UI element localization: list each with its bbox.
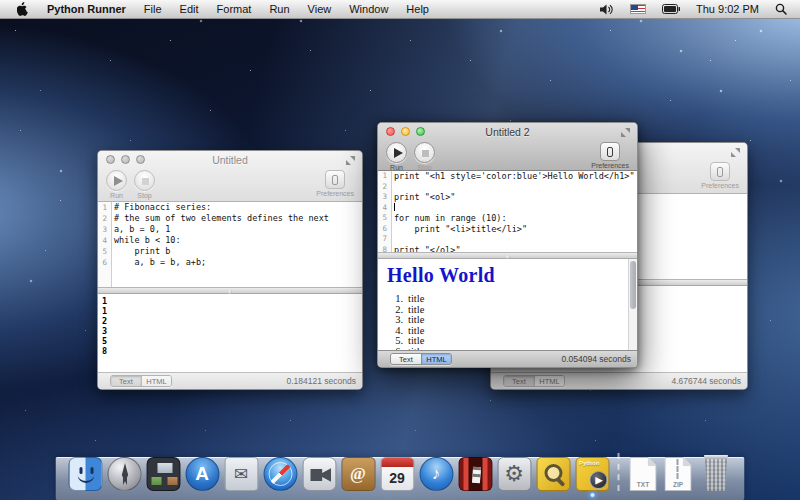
dock-mission-control-icon[interactable] [146, 457, 180, 491]
code-editor[interactable]: 1print "<h1 style='color:blue'>Hello Wor… [378, 171, 637, 252]
dock-finder-icon[interactable] [68, 457, 102, 491]
code-line: print "<li>title</li>" [390, 224, 527, 235]
apple-menu[interactable] [8, 0, 38, 18]
run-button[interactable]: Run [386, 142, 407, 171]
bottom-bar: Text HTML 0.184121 seconds [98, 372, 362, 389]
menu-bar: Python Runner File Edit Format Run View … [0, 0, 800, 19]
code-line: a, b = 0, 1 [110, 224, 170, 235]
fullscreen-icon[interactable] [346, 156, 355, 165]
titlebar[interactable]: Untitled 2 [378, 123, 637, 140]
toolbar: Run Stop Preferences [98, 168, 362, 201]
volume-menu-icon[interactable] [595, 0, 619, 18]
dock-trash-icon[interactable] [702, 455, 731, 491]
dock-system-preferences-icon[interactable]: ⚙ [497, 457, 531, 491]
output-line: 8 [102, 346, 362, 356]
battery-menu-icon[interactable] [657, 0, 685, 18]
dock-address-book-icon[interactable]: @ [341, 457, 375, 491]
apple-icon [17, 2, 29, 16]
preferences-icon [332, 175, 338, 185]
dock-python-runner-icon[interactable]: Python ▶ [575, 457, 609, 491]
menu-run[interactable]: Run [260, 0, 298, 18]
dock-search-utility-icon[interactable] [536, 457, 570, 491]
bottom-bar: Text HTML 0.054094 seconds [378, 350, 637, 367]
code-line: print "</ol>" [390, 245, 461, 253]
text-segment[interactable]: Text [391, 354, 421, 364]
scrollbar-thumb[interactable] [630, 261, 636, 309]
output-mode-switch: Text HTML [390, 353, 452, 365]
dock-app-store-icon[interactable]: A [185, 457, 219, 491]
window-title: Untitled [212, 154, 248, 166]
output-line: 1 [102, 296, 362, 306]
execution-time: 0.184121 seconds [287, 376, 356, 386]
minimize-button[interactable] [121, 155, 130, 164]
preferences-icon [607, 147, 613, 157]
titlebar[interactable]: Untitled [98, 151, 362, 168]
output-line: 2 [102, 316, 362, 326]
output-area[interactable]: 1 1 2 3 5 8 [98, 294, 362, 372]
html-segment[interactable]: HTML [141, 376, 171, 386]
menu-edit[interactable]: Edit [171, 0, 208, 18]
stop-icon [142, 178, 149, 185]
dock: A ✉ @ 29 ♪ ⚙ Python ▶ TXT ZIP [56, 451, 745, 500]
pane-splitter[interactable] [98, 287, 362, 294]
output-mode-switch: Text HTML [110, 375, 172, 387]
output-line: 5 [102, 336, 362, 346]
code-line: # the sum of two elements defines the ne… [110, 213, 329, 224]
preferences-icon [717, 167, 723, 177]
preferences-button[interactable]: Preferences [591, 142, 629, 169]
dock-launchpad-icon[interactable] [107, 457, 141, 491]
preferences-button[interactable]: Preferences [316, 170, 354, 197]
code-line: print "<ol>" [390, 192, 455, 203]
pane-splitter[interactable] [378, 252, 637, 259]
menu-window[interactable]: Window [340, 0, 397, 18]
execution-time: 4.676744 seconds [672, 376, 741, 386]
menu-file[interactable]: File [135, 0, 171, 18]
html-segment[interactable]: HTML [534, 376, 564, 386]
code-line: # Fibonacci series: [110, 202, 211, 213]
minimize-button[interactable] [401, 127, 410, 136]
running-indicator [589, 492, 595, 498]
dock-txt-document-icon[interactable]: TXT [630, 457, 657, 491]
output-line: 1 [102, 306, 362, 316]
preferences-button[interactable]: Preferences [701, 162, 739, 189]
stop-button[interactable]: Stop [134, 170, 155, 199]
code-line: while b < 10: [110, 235, 181, 246]
play-icon [394, 148, 403, 158]
dock-photo-booth-icon[interactable] [458, 457, 492, 491]
zoom-button[interactable] [136, 155, 145, 164]
stop-button[interactable]: Stop [414, 142, 435, 171]
window-untitled[interactable]: Untitled Run Stop Preferences 1# Fibonac… [97, 150, 363, 390]
zoom-button[interactable] [416, 127, 425, 136]
rendered-ordered-list: 1.title 2.title 3.title 4.title 5.title … [378, 294, 637, 350]
menu-view[interactable]: View [299, 0, 341, 18]
app-menu-title[interactable]: Python Runner [38, 0, 135, 18]
fullscreen-icon[interactable] [621, 128, 630, 137]
dock-facetime-icon[interactable] [302, 457, 336, 491]
output-line: 3 [102, 326, 362, 336]
dock-ical-icon[interactable]: 29 [380, 457, 414, 491]
html-output-area[interactable]: Hello World 1.title 2.title 3.title 4.ti… [378, 259, 637, 350]
text-segment[interactable]: Text [504, 376, 534, 386]
dock-safari-icon[interactable] [263, 457, 297, 491]
stop-icon [422, 150, 429, 157]
run-button[interactable]: Run [106, 170, 127, 199]
code-line: a, b = b, a+b; [110, 257, 206, 268]
dock-mail-icon[interactable]: ✉ [224, 457, 258, 491]
code-editor[interactable]: 1# Fibonacci series: 2# the sum of two e… [98, 202, 362, 287]
dock-itunes-icon[interactable]: ♪ [419, 457, 453, 491]
close-button[interactable] [106, 155, 115, 164]
spotlight-icon[interactable] [770, 0, 792, 18]
input-source-flag-icon[interactable] [625, 0, 651, 18]
menu-help[interactable]: Help [397, 0, 438, 18]
text-segment[interactable]: Text [111, 376, 141, 386]
vertical-scrollbar[interactable] [628, 259, 637, 350]
window-title: Untitled 2 [485, 126, 529, 138]
fullscreen-icon[interactable] [731, 148, 740, 157]
close-button[interactable] [386, 127, 395, 136]
code-line: for num in range (10): [390, 213, 507, 224]
html-segment[interactable]: HTML [421, 354, 451, 364]
menu-format[interactable]: Format [208, 0, 261, 18]
window-untitled-2[interactable]: Untitled 2 Run Stop Preferences 1print "… [377, 122, 638, 368]
dock-zip-archive-icon[interactable]: ZIP [665, 457, 692, 491]
menu-clock[interactable]: Thu 9:02 PM [691, 0, 764, 18]
